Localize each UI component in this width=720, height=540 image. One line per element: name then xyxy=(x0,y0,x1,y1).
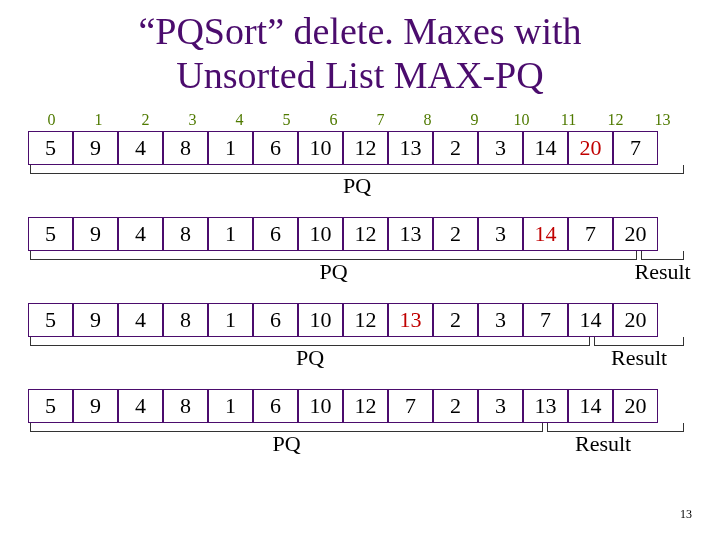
index-label: 8 xyxy=(404,111,451,129)
pq-label: PQ xyxy=(296,345,324,371)
index-label: 7 xyxy=(357,111,404,129)
array-cell: 2 xyxy=(433,389,478,423)
array-cell: 10 xyxy=(298,389,343,423)
array-cell: 3 xyxy=(478,303,523,337)
array-cell: 13 xyxy=(388,303,433,337)
array-cell: 12 xyxy=(343,131,388,165)
array-cell: 14 xyxy=(568,389,613,423)
index-label: 0 xyxy=(28,111,75,129)
array-cell: 7 xyxy=(523,303,568,337)
array-cell: 3 xyxy=(478,389,523,423)
array-cell: 13 xyxy=(388,131,433,165)
array-cell: 1 xyxy=(208,303,253,337)
array-cell: 6 xyxy=(253,217,298,251)
index-label: 11 xyxy=(545,111,592,129)
array-cell: 7 xyxy=(388,389,433,423)
array-row: 5948161012723131420 xyxy=(28,389,700,423)
array-cell: 2 xyxy=(433,217,478,251)
array-cell: 13 xyxy=(523,389,568,423)
title-line1: “PQSort” delete. Maxes with xyxy=(138,10,581,52)
index-row: 012345678910111213 xyxy=(28,111,700,129)
index-label: 10 xyxy=(498,111,545,129)
index-label: 4 xyxy=(216,111,263,129)
array-cell: 9 xyxy=(73,303,118,337)
array-cell: 14 xyxy=(568,303,613,337)
pq-label: PQ xyxy=(273,431,301,457)
array-cell: 4 xyxy=(118,389,163,423)
array-cell: 7 xyxy=(568,217,613,251)
index-label: 13 xyxy=(639,111,686,129)
index-label: 3 xyxy=(169,111,216,129)
array-cell: 10 xyxy=(298,217,343,251)
array-cell: 8 xyxy=(163,217,208,251)
array-cell: 13 xyxy=(388,217,433,251)
index-label: 2 xyxy=(122,111,169,129)
array-cell: 10 xyxy=(298,131,343,165)
array-cell: 20 xyxy=(613,217,658,251)
array-cell: 2 xyxy=(433,303,478,337)
array-cell: 6 xyxy=(253,389,298,423)
array-cell: 9 xyxy=(73,131,118,165)
array-cell: 5 xyxy=(28,131,73,165)
index-label: 5 xyxy=(263,111,310,129)
array-row: 5948161012132371420 xyxy=(28,303,700,337)
array-row: 5948161012132314720 xyxy=(28,217,700,251)
array-cell: 6 xyxy=(253,131,298,165)
array-cell: 5 xyxy=(28,389,73,423)
array-row: 5948161012132314207 xyxy=(28,131,700,165)
array-cell: 1 xyxy=(208,217,253,251)
array-cell: 8 xyxy=(163,303,208,337)
result-label: Result xyxy=(635,259,691,285)
result-label: Result xyxy=(611,345,667,371)
array-cell: 8 xyxy=(163,389,208,423)
array-cell: 3 xyxy=(478,217,523,251)
index-label: 12 xyxy=(592,111,639,129)
pq-label: PQ xyxy=(343,173,371,199)
index-label: 1 xyxy=(75,111,122,129)
index-label: 6 xyxy=(310,111,357,129)
array-cell: 8 xyxy=(163,131,208,165)
array-cell: 10 xyxy=(298,303,343,337)
array-cell: 14 xyxy=(523,131,568,165)
array-cell: 14 xyxy=(523,217,568,251)
array-cell: 4 xyxy=(118,131,163,165)
array-cell: 6 xyxy=(253,303,298,337)
array-cell: 3 xyxy=(478,131,523,165)
array-cell: 5 xyxy=(28,303,73,337)
result-label: Result xyxy=(575,431,631,457)
array-cell: 9 xyxy=(73,217,118,251)
array-cell: 12 xyxy=(343,217,388,251)
array-cell: 20 xyxy=(613,303,658,337)
index-label: 9 xyxy=(451,111,498,129)
array-cell: 9 xyxy=(73,389,118,423)
array-cell: 4 xyxy=(118,217,163,251)
title-line2: Unsorted List MAX-PQ xyxy=(176,54,543,96)
array-cell: 2 xyxy=(433,131,478,165)
array-cell: 12 xyxy=(343,303,388,337)
array-cell: 1 xyxy=(208,389,253,423)
array-cell: 4 xyxy=(118,303,163,337)
array-cell: 20 xyxy=(613,389,658,423)
array-cell: 1 xyxy=(208,131,253,165)
page-number: 13 xyxy=(680,507,692,522)
array-cell: 20 xyxy=(568,131,613,165)
array-cell: 12 xyxy=(343,389,388,423)
pq-label: PQ xyxy=(320,259,348,285)
slide-title: “PQSort” delete. Maxes with Unsorted Lis… xyxy=(20,10,700,97)
array-cell: 5 xyxy=(28,217,73,251)
array-cell: 7 xyxy=(613,131,658,165)
